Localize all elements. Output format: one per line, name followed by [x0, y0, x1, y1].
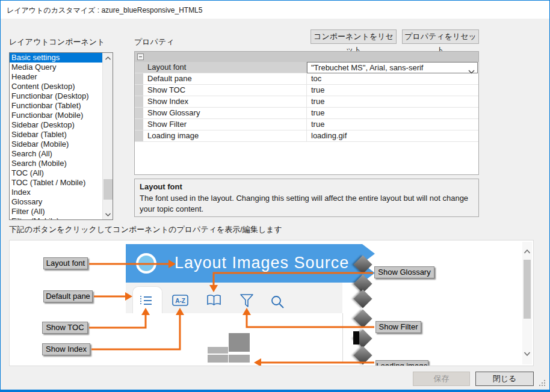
list-item[interactable]: Index	[10, 188, 113, 197]
list-item[interactable]: Search (Mobile)	[10, 159, 113, 168]
list-item[interactable]: Glossary	[10, 197, 113, 207]
description-text: The font used in the layout. Changing th…	[140, 193, 474, 215]
list-item[interactable]: Sidebar (Tablet)	[10, 130, 113, 139]
dialog-bottom-border	[1, 390, 549, 391]
components-panel-label: レイアウトコンポーネント	[9, 37, 105, 47]
torn-edge-diamond	[353, 289, 372, 308]
grid-category-header[interactable]	[135, 52, 478, 62]
list-item[interactable]: Filter (Mobile)	[10, 216, 113, 220]
list-item[interactable]: Sidebar (Mobile)	[10, 139, 113, 149]
scroll-down-icon[interactable]	[103, 209, 113, 219]
layout-preview: Layout Images Source A-Z	[9, 240, 534, 366]
property-row[interactable]: Default pane toc	[135, 73, 478, 85]
scroll-up-icon[interactable]	[103, 53, 113, 63]
preview-scrollbar[interactable]	[522, 242, 532, 364]
layout-font-dropdown[interactable]: "Trebuchet MS", Arial, sans-serif	[307, 62, 478, 73]
glossary-book-icon	[206, 294, 221, 307]
list-item[interactable]: Search (All)	[10, 149, 113, 159]
logo-circle-icon	[136, 253, 156, 274]
show-index-callout-button[interactable]: Show Index	[42, 343, 90, 355]
torn-edge-diamond	[353, 309, 372, 328]
loading-image-callout-button[interactable]: Loading image	[375, 360, 428, 366]
show-glossary-callout-button[interactable]: Show Glossary	[374, 266, 434, 278]
preview-content-divider	[342, 313, 343, 363]
dialog-title: レイアウトのカスタマイズ : azure_blueResponsive_HTML…	[7, 5, 202, 16]
scroll-down-icon[interactable]	[524, 348, 530, 358]
description-title: Layout font	[140, 182, 474, 191]
property-row[interactable]: Show Index true	[135, 96, 478, 108]
toc-icon	[138, 294, 153, 308]
layout-customize-dialog: レイアウトのカスタマイズ : azure_blueResponsive_HTML…	[0, 0, 550, 392]
resize-grip[interactable]	[539, 380, 546, 387]
placeholder-block	[208, 347, 228, 354]
show-toc-callout-button[interactable]: Show TOC	[42, 322, 88, 334]
placeholder-block	[229, 355, 250, 363]
layout-font-callout-button[interactable]: Layout font	[43, 257, 88, 269]
svg-text:A-Z: A-Z	[175, 298, 185, 304]
placeholder-block	[229, 333, 250, 352]
property-description: Layout font The font used in the layout.…	[134, 179, 479, 217]
index-az-icon: A-Z	[172, 295, 189, 307]
collapse-minus-icon[interactable]	[137, 54, 144, 60]
property-row[interactable]: Loading image loading.gif	[135, 130, 478, 142]
property-row[interactable]: Show Filter true	[135, 119, 478, 130]
list-item[interactable]: Functionbar (Mobile)	[10, 111, 113, 120]
preview-toolbar	[126, 283, 342, 313]
list-item[interactable]: Content (Desktop)	[10, 82, 113, 91]
list-item[interactable]: Basic settings	[10, 53, 113, 63]
search-icon	[271, 295, 285, 308]
list-item[interactable]: Header	[10, 72, 113, 82]
list-item[interactable]: Sidebar (Desktop)	[10, 120, 113, 130]
default-pane-callout-button[interactable]: Default pane	[43, 290, 93, 302]
torn-edge-diamond	[353, 346, 372, 364]
preview-artifact	[353, 331, 359, 345]
scroll-up-icon[interactable]	[524, 245, 530, 256]
list-item[interactable]: TOC (All)	[10, 168, 113, 178]
property-row[interactable]: Show Glossary true	[135, 108, 478, 119]
show-filter-callout-button[interactable]: Show Filter	[375, 321, 421, 333]
list-item[interactable]: Media Query	[10, 63, 113, 72]
list-item[interactable]: TOC (Tablet / Mobile)	[10, 178, 113, 188]
list-item[interactable]: Functionbar (Desktop)	[10, 91, 113, 101]
list-item[interactable]: Filter (All)	[10, 207, 113, 216]
list-scroll-thumb[interactable]	[104, 179, 113, 200]
preview-scroll-thumb[interactable]	[524, 260, 531, 319]
properties-panel-label: プロパティ	[134, 37, 175, 47]
save-button[interactable]: 保存	[413, 372, 470, 386]
list-item[interactable]: Functionbar (Tablet)	[10, 101, 113, 111]
close-button[interactable]: 閉じる	[475, 372, 534, 386]
property-grid: Layout font "Trebuchet MS", Arial, sans-…	[134, 51, 479, 175]
list-scrollbar[interactable]	[102, 53, 113, 219]
reset-component-button[interactable]: コンポーネントをリセット	[311, 29, 397, 44]
titlebar: レイアウトのカスタマイズ : azure_blueResponsive_HTML…	[1, 1, 549, 19]
instruction-text: 下記のボタンをクリックしてコンポーネントのプロパティを表示/編集します	[9, 224, 282, 235]
layout-components-list[interactable]: Basic settings Media Query Header Conten…	[9, 52, 113, 220]
banner-title: Layout Images Source	[175, 254, 349, 272]
property-row[interactable]: Show TOC true	[135, 85, 478, 96]
placeholder-block	[208, 355, 228, 363]
reset-property-button[interactable]: プロパティをリセット	[402, 29, 479, 44]
property-row[interactable]: Layout font "Trebuchet MS", Arial, sans-…	[135, 62, 478, 73]
filter-funnel-icon	[240, 294, 253, 308]
